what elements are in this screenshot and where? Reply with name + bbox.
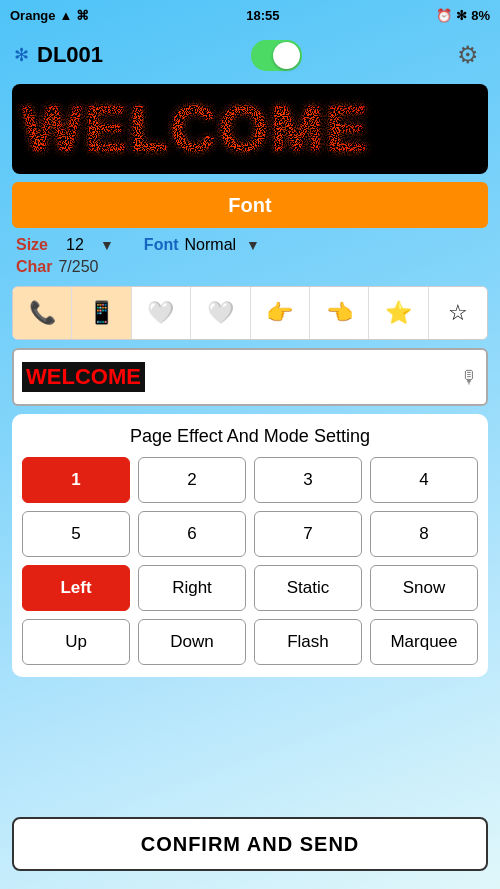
font-section: Font Normal ▼ — [144, 236, 260, 254]
effect-btn-6[interactable]: 6 — [138, 511, 246, 557]
time-label: 18:55 — [246, 8, 279, 23]
emoji-phone-red[interactable]: 📱 — [72, 287, 131, 339]
effect-btn-right[interactable]: Right — [138, 565, 246, 611]
text-value: WELCOME — [22, 362, 145, 392]
effect-btn-3[interactable]: 3 — [254, 457, 362, 503]
effect-btn-4[interactable]: 4 — [370, 457, 478, 503]
effect-btn-7[interactable]: 7 — [254, 511, 362, 557]
effect-grid: 1 2 3 4 5 6 7 8 Left Right Static Snow U… — [22, 457, 478, 665]
alarm-icon: ⏰ — [436, 8, 452, 23]
effect-row-4: Up Down Flash Marquee — [22, 619, 478, 665]
char-label: Char — [16, 258, 52, 275]
text-display: WELCOME — [22, 362, 145, 392]
bluetooth-header-icon: ✻ — [14, 44, 29, 66]
char-count: 7/250 — [58, 258, 98, 275]
status-bar: Orange ▲ ⌘ 18:55 ⏰ ✻ 8% — [0, 0, 500, 30]
effect-btn-down[interactable]: Down — [138, 619, 246, 665]
carrier-label: Orange — [10, 8, 56, 23]
toggle-knob — [273, 42, 300, 69]
effect-btn-2[interactable]: 2 — [138, 457, 246, 503]
device-name: DL001 — [37, 42, 103, 68]
effect-btn-5[interactable]: 5 — [22, 511, 130, 557]
font-button[interactable]: Font — [12, 182, 488, 228]
emoji-heart-filled[interactable]: 🤍 — [191, 287, 250, 339]
settings-icon[interactable]: ⚙ — [450, 37, 486, 73]
effect-btn-flash[interactable]: Flash — [254, 619, 362, 665]
mic-icon[interactable]: 🎙 — [460, 367, 478, 388]
led-text: WELCOME — [22, 92, 370, 166]
effect-btn-8[interactable]: 8 — [370, 511, 478, 557]
battery-label: 8% — [471, 8, 490, 23]
effect-btn-marquee[interactable]: Marquee — [370, 619, 478, 665]
emoji-heart-outline[interactable]: 🤍 — [132, 287, 191, 339]
effect-btn-up[interactable]: Up — [22, 619, 130, 665]
effect-row-1: 1 2 3 4 — [22, 457, 478, 503]
led-display: WELCOME — [12, 84, 488, 174]
header-left: ✻ DL001 — [14, 42, 103, 68]
wifi-icon: ⌘ — [76, 8, 89, 23]
status-right: ⏰ ✻ 8% — [436, 8, 490, 23]
effect-btn-left[interactable]: Left — [22, 565, 130, 611]
page-effect-title: Page Effect And Mode Setting — [22, 426, 478, 447]
header: ✻ DL001 ⚙ — [0, 30, 500, 80]
effect-btn-1[interactable]: 1 — [22, 457, 130, 503]
confirm-send-button[interactable]: CONFIRM AND SEND — [12, 817, 488, 871]
emoji-point-right[interactable]: 👉 — [251, 287, 310, 339]
status-left: Orange ▲ ⌘ — [10, 8, 89, 23]
signal-icon: ▲ — [60, 8, 73, 23]
char-row: Char7/250 — [0, 256, 500, 278]
emoji-point-left[interactable]: 👈 — [310, 287, 369, 339]
font-label: Font — [144, 236, 179, 254]
emoji-star-outline[interactable]: ☆ — [429, 287, 487, 339]
emoji-phone-outline[interactable]: 📞 — [13, 287, 72, 339]
effect-btn-snow[interactable]: Snow — [370, 565, 478, 611]
size-dropdown-icon[interactable]: ▼ — [100, 237, 114, 253]
size-label: Size — [16, 236, 66, 254]
emoji-row: 📞 📱 🤍 🤍 👉 👈 ⭐ ☆ — [12, 286, 488, 340]
effect-btn-static[interactable]: Static — [254, 565, 362, 611]
power-toggle[interactable] — [251, 40, 302, 71]
bluetooth-icon-status: ✻ — [456, 8, 467, 23]
settings-row: Size 12 ▼ Font Normal ▼ — [0, 234, 500, 256]
text-input-area[interactable]: WELCOME 🎙 — [12, 348, 488, 406]
effect-row-3: Left Right Static Snow — [22, 565, 478, 611]
font-dropdown-icon[interactable]: ▼ — [246, 237, 260, 253]
page-effect-section: Page Effect And Mode Setting 1 2 3 4 5 6… — [12, 414, 488, 677]
emoji-star-filled[interactable]: ⭐ — [369, 287, 428, 339]
effect-row-2: 5 6 7 8 — [22, 511, 478, 557]
size-value: 12 — [66, 236, 96, 254]
font-value: Normal — [185, 236, 237, 254]
